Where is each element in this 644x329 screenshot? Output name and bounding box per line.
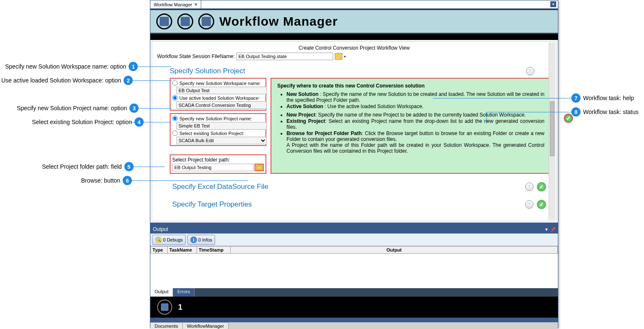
dropdown-icon[interactable]: ▼ — [544, 227, 549, 232]
project-folder-group: Select Project folder path: — [170, 154, 266, 174]
divider — [150, 34, 558, 40]
option-label: Use active loaded Solution Workspace: — [179, 96, 260, 101]
help-key: New Project — [287, 112, 315, 118]
tab-documents[interactable]: Documents — [150, 322, 183, 329]
callout-label: Specify new Solution Workspace name: opt… — [5, 63, 126, 70]
option-active-workspace[interactable]: Use active loaded Solution Workspace: — [171, 94, 265, 101]
header-banner: Workflow Manager — [150, 9, 558, 34]
option-existing-project[interactable]: Select existing Solution Project: — [171, 130, 265, 137]
tab-errors[interactable]: Errors — [173, 288, 195, 297]
chevron-up-icon[interactable]: ˄ — [526, 67, 534, 75]
new-workspace-input[interactable] — [176, 87, 267, 94]
help-key: Existing Project — [287, 118, 325, 124]
output-header: Output ▼ 📌 — [150, 225, 558, 233]
option-label: Specify new Solution Workspace name: — [179, 81, 261, 86]
callout-badge: 5 — [124, 162, 134, 171]
option-label: Select existing Solution Project: — [179, 131, 244, 136]
callout-line — [486, 112, 487, 124]
chevron-down-icon[interactable]: ˅ — [525, 183, 534, 191]
section-target-properties[interactable]: Specify Target Properties ˅ ✓ — [172, 196, 546, 213]
callout-label: Specify new Solution Project name: optio… — [17, 105, 127, 111]
close-icon[interactable]: ✕ — [194, 2, 197, 7]
callout-2: Use active loaded Solution Workspace: op… — [1, 76, 133, 85]
radio-existing-project[interactable] — [172, 130, 178, 136]
infos-chip[interactable]: i 0 Infos — [187, 235, 215, 245]
debugs-chip[interactable]: 🔍 0 Debugs — [152, 235, 186, 245]
callout-1: Specify new Solution Workspace name: opt… — [5, 62, 138, 71]
pin-icon[interactable]: 📌 — [550, 227, 555, 232]
tab-output[interactable]: Output — [150, 288, 173, 297]
callout-8: Workflow task: status 8 — [571, 107, 639, 117]
view-title: Create Control Conversion Project Workfl… — [157, 45, 551, 51]
callout-label: Select Project folder path: field — [42, 163, 122, 170]
col-output: Output — [231, 247, 558, 254]
chevron-down-icon[interactable]: ˅ — [525, 200, 534, 209]
main-window: Workflow Manager ✕ ▼ Workflow Manager Cr… — [150, 0, 558, 328]
session-row: Workflow State Session FileName: ▾ — [157, 53, 551, 60]
help-text: : Specify the name of the new Project to… — [315, 112, 526, 118]
callout-badge: 1 — [129, 62, 138, 71]
callout-3: Specify new Solution Project name: optio… — [17, 103, 139, 113]
section-title: Specify Excel DataSource File — [172, 183, 268, 191]
bottom-icon[interactable] — [157, 300, 172, 315]
radio-new-workspace[interactable] — [172, 80, 178, 86]
callout-line — [433, 98, 571, 98]
radio-new-project[interactable] — [172, 116, 178, 121]
new-project-input[interactable] — [176, 122, 267, 130]
folder-icon[interactable] — [335, 53, 342, 60]
col-type: Type — [151, 247, 168, 254]
callout-badge: 2 — [124, 76, 133, 85]
callout-line — [130, 80, 171, 81]
callout-label: Workflow task: status — [583, 109, 639, 115]
bottom-number: 1 — [178, 303, 182, 312]
help-key: Browse for Project Folder Path — [287, 130, 362, 136]
tab-dropdown-icon[interactable]: ▼ — [550, 1, 556, 7]
callout-label: Browse: button — [81, 177, 120, 184]
section-specify-solution-header[interactable]: Specify Solution Project ˄ — [157, 64, 551, 78]
workspace-option-group: Specify new Solution Workspace name: Use… — [170, 78, 266, 111]
callout-7: Workflow task: help 7 — [571, 93, 634, 103]
scrollbar-thumb[interactable] — [550, 101, 555, 156]
callout-line — [130, 167, 165, 167]
help-title: Specify where to create this new Control… — [277, 83, 425, 89]
project-folder-input[interactable] — [172, 164, 254, 171]
header-icon-2[interactable] — [177, 13, 193, 29]
callout-4: Select existing Solution Project: option… — [32, 117, 144, 127]
session-filename-input[interactable] — [237, 53, 333, 60]
header-icon-3[interactable] — [198, 13, 214, 29]
output-toolbar: 🔍 0 Debugs i 0 Infos — [150, 233, 558, 246]
option-new-workspace[interactable]: Specify new Solution Workspace name: — [171, 80, 265, 87]
help-key: Active Solution — [287, 103, 323, 109]
header-icon-1[interactable] — [156, 13, 172, 29]
folder-label: Select Project folder path: — [172, 157, 264, 163]
help-key: New Solution — [287, 91, 318, 97]
callout-badge: 6 — [123, 176, 132, 185]
callout-label: Workflow task: help — [583, 95, 634, 101]
tab-workflowmanager[interactable]: WorkflowManager — [183, 322, 229, 329]
callout-badge: 7 — [571, 93, 581, 103]
col-taskname: TaskName — [168, 247, 197, 254]
output-table: Type TaskName TimeStamp Output — [150, 246, 558, 254]
help-panel: Specify where to create this new Control… — [271, 78, 551, 174]
section-title: Specify Solution Project — [170, 67, 245, 75]
callout-badge: 3 — [129, 103, 139, 113]
session-label: Workflow State Session FileName: — [157, 53, 235, 59]
existing-project-select[interactable]: SCADA Bulk Edit — [176, 137, 267, 144]
callout-6: Browse: button 6 — [81, 176, 132, 185]
debug-icon: 🔍 — [155, 236, 162, 243]
help-text: : Use the active loaded Solution Workspa… — [323, 103, 423, 109]
radio-active-workspace[interactable] — [172, 95, 178, 101]
scrollbar-vertical[interactable] — [549, 42, 555, 220]
callout-line — [486, 112, 571, 112]
check-icon: ✓ — [537, 182, 546, 191]
tab-workflow-manager[interactable]: Workflow Manager ✕ — [150, 0, 201, 8]
callout-label: Select existing Solution Project: option — [32, 119, 132, 125]
folder-open-icon — [256, 165, 262, 170]
option-new-project[interactable]: Specify new Solution Project name: — [171, 115, 265, 122]
options-column: Specify new Solution Workspace name: Use… — [170, 78, 266, 174]
browse-button[interactable] — [255, 164, 264, 171]
help-text: : Select an existing Project name from t… — [287, 118, 544, 130]
divider — [150, 318, 558, 322]
dropdown-icon[interactable]: ▾ — [344, 55, 346, 58]
workflow-area: Create Control Conversion Project Workfl… — [150, 40, 558, 223]
